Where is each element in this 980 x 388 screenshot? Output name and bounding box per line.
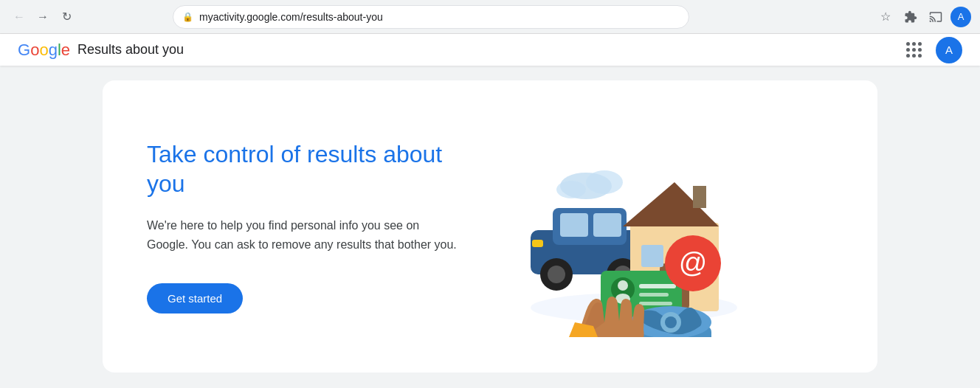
logo-o1: o	[30, 41, 39, 60]
svg-rect-18	[693, 186, 706, 208]
svg-rect-6	[560, 213, 588, 237]
logo-g: g	[49, 41, 58, 60]
illustration-svg: @	[486, 116, 767, 337]
back-button[interactable]: ←	[9, 7, 30, 27]
nav-logo-area: Google Results about you	[18, 41, 184, 60]
svg-rect-23	[639, 284, 676, 288]
svg-point-9	[548, 266, 565, 283]
hero-illustration: @	[486, 116, 767, 337]
browser-nav-buttons: ← → ↻	[9, 7, 77, 27]
browser-chrome: ← → ↻ 🔒 myactivity.google.com/results-ab…	[0, 0, 980, 34]
forward-button[interactable]: →	[32, 7, 53, 27]
card-description: We're here to help you find personal inf…	[147, 216, 457, 254]
apps-grid-icon	[903, 39, 925, 60]
svg-rect-25	[639, 302, 672, 305]
svg-rect-16	[641, 245, 663, 267]
get-started-button[interactable]: Get started	[147, 283, 243, 313]
svg-rect-7	[593, 213, 621, 237]
page: Google Results about you A	[0, 34, 980, 387]
hero-card: Take control of results about you We're …	[103, 80, 877, 373]
logo-e: e	[61, 41, 70, 60]
svg-text:@: @	[679, 247, 708, 278]
logo-o2: o	[39, 41, 48, 60]
svg-rect-12	[532, 240, 543, 247]
svg-point-21	[618, 280, 628, 291]
reload-button[interactable]: ↻	[56, 7, 77, 27]
url-text: myactivity.google.com/results-about-you	[199, 11, 680, 23]
bookmark-button[interactable]: ☆	[875, 7, 896, 27]
top-navigation: Google Results about you A	[0, 34, 980, 66]
card-heading: Take control of results about you	[147, 139, 457, 198]
card-text-section: Take control of results about you We're …	[147, 139, 457, 313]
google-logo: Google	[18, 41, 70, 60]
profile-avatar-chrome[interactable]: A	[950, 7, 971, 27]
main-content: Take control of results about you We're …	[0, 66, 980, 387]
cast-button[interactable]	[925, 7, 946, 27]
svg-rect-24	[639, 293, 669, 297]
apps-button[interactable]	[900, 37, 927, 63]
svg-point-31	[665, 316, 677, 328]
svg-point-2	[586, 170, 623, 194]
extensions-button[interactable]	[900, 7, 921, 27]
logo-G: G	[18, 41, 30, 60]
page-title: Results about you	[77, 42, 184, 58]
address-bar[interactable]: 🔒 myactivity.google.com/results-about-yo…	[173, 5, 689, 29]
browser-actions: ☆ A	[875, 7, 971, 27]
lock-icon: 🔒	[182, 12, 193, 22]
profile-avatar[interactable]: A	[936, 37, 962, 63]
nav-right-actions: A	[900, 37, 962, 63]
svg-point-3	[556, 181, 586, 198]
